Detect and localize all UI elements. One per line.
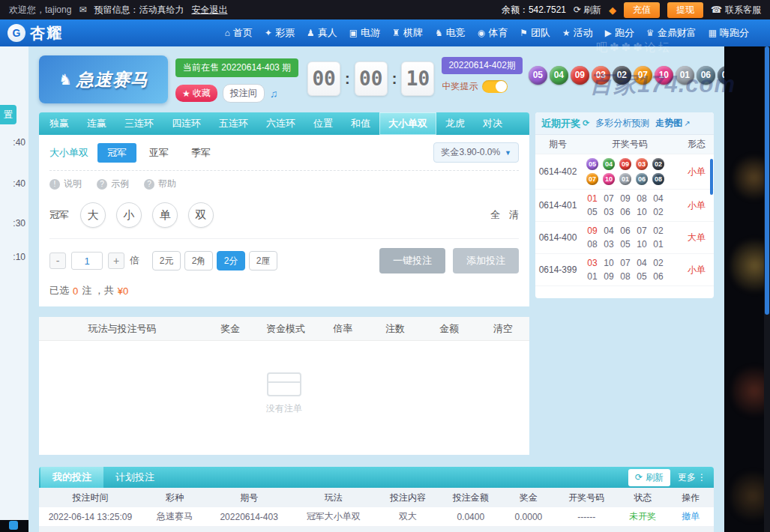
- position-tab-champion[interactable]: 冠军: [97, 143, 136, 163]
- play-tab-ring-4[interactable]: 四连环: [163, 112, 210, 135]
- recharge-button[interactable]: 充值: [624, 2, 660, 18]
- play-tab-position[interactable]: 位置: [304, 112, 342, 135]
- result-ball: 09: [619, 158, 631, 170]
- recent-draws-tab[interactable]: 近期开奖 ⟳: [541, 117, 589, 130]
- result-ball: 07: [586, 173, 598, 185]
- nav-item-sports[interactable]: ◉体育: [472, 19, 514, 46]
- nav-item-label: 真人: [318, 26, 337, 40]
- result-number: 06: [652, 271, 664, 282]
- result-number: 02: [652, 258, 664, 268]
- nav-item-label: 彩票: [275, 26, 295, 40]
- help-example[interactable]: ?示例: [97, 178, 129, 190]
- refresh-icon[interactable]: ⟳: [583, 118, 589, 128]
- mail-icon[interactable]: ✉: [79, 4, 86, 15]
- bet-option-big[interactable]: 大: [80, 202, 106, 228]
- issue-number: 0614-400: [535, 232, 580, 243]
- more-label: 更多: [678, 471, 696, 484]
- bet-option-odd[interactable]: 单: [152, 202, 178, 228]
- position-tab-third[interactable]: 季军: [181, 143, 220, 163]
- bet-option-small[interactable]: 小: [116, 202, 142, 228]
- brand[interactable]: G 杏耀: [7, 23, 63, 43]
- logout-link[interactable]: 安全退出: [191, 4, 227, 16]
- nav-item-chess[interactable]: ♜棋牌: [386, 19, 429, 46]
- nav-item-egames[interactable]: ▣电游: [343, 19, 386, 46]
- lottery-ball: 07: [634, 66, 652, 85]
- customer-service-button[interactable]: ☎ 联系客服: [711, 4, 761, 16]
- multiplier-minus-button[interactable]: -: [49, 253, 66, 269]
- clear-selection-button[interactable]: 清: [509, 208, 519, 222]
- unit-button-1[interactable]: 2角: [184, 251, 213, 270]
- nav-item-team[interactable]: ⚑团队: [514, 19, 556, 46]
- multiplier-input[interactable]: 1: [71, 252, 103, 270]
- position-tab-second[interactable]: 亚军: [139, 143, 178, 163]
- chevron-down-icon: ▼: [505, 149, 511, 157]
- tab-plan-bets[interactable]: 计划投注: [103, 467, 166, 488]
- nav-item-esports[interactable]: ♞电竞: [429, 19, 472, 46]
- play-tab-dragon-tiger[interactable]: 龙虎: [436, 112, 474, 135]
- recent-draw-row: 0614-40205040903020710010608小单: [535, 154, 714, 190]
- bet-room-button[interactable]: 投注间: [223, 84, 265, 103]
- help-help[interactable]: ?帮助: [144, 178, 176, 190]
- left-expand-tab[interactable]: 置: [0, 105, 16, 124]
- play-tab-ring-5[interactable]: 五连环: [210, 112, 257, 135]
- play-tab-duel[interactable]: 对决: [474, 112, 511, 135]
- background-blob: [730, 234, 764, 297]
- multiplier-plus-button[interactable]: +: [108, 253, 124, 269]
- play-tab-series-win[interactable]: 连赢: [78, 112, 115, 135]
- issue-number: 0614-402: [535, 166, 580, 177]
- win-tip-label: 中奖提示: [442, 80, 478, 93]
- play-tab-big-small-odd-even[interactable]: 大小单双: [379, 112, 436, 135]
- more-button[interactable]: 更多 ⋮: [678, 471, 706, 484]
- selected-amount: ¥0: [118, 285, 128, 297]
- refresh-balance-button[interactable]: ⟳ 刷新: [574, 4, 601, 16]
- quick-bet-button[interactable]: 一键投注: [379, 248, 445, 273]
- nav-item-wealth[interactable]: ♛金鼎财富: [640, 19, 703, 46]
- recent-subhead: 期号开奖号码形态: [535, 135, 714, 154]
- favorite-button[interactable]: ★ 收藏: [175, 85, 217, 102]
- withdraw-button[interactable]: 提现: [667, 2, 703, 18]
- unit-button-0[interactable]: 2元: [152, 251, 181, 270]
- help-instructions[interactable]: !说明: [49, 178, 82, 190]
- nav-item-paofen[interactable]: ▶跑分: [599, 19, 640, 46]
- clear-all-button[interactable]: 清空: [477, 322, 529, 336]
- left-bottom-icon[interactable]: [9, 521, 18, 530]
- unit-button-2[interactable]: 2分: [217, 251, 245, 270]
- last-draw-balls: 05040903020710010608: [529, 66, 724, 85]
- cancel-bet-link[interactable]: 撤单: [667, 510, 714, 523]
- bets-table: 投注时间彩种期号玩法投注内容投注金额奖金开奖号码状态操作 2022-06-14 …: [39, 488, 714, 532]
- scrollbar-thumb[interactable]: [765, 46, 769, 315]
- add-bet-button[interactable]: 添加投注: [453, 248, 519, 273]
- background-blob: [733, 151, 764, 204]
- select-all-button[interactable]: 全: [490, 208, 500, 222]
- analysis-tab[interactable]: 多彩分析预测: [595, 117, 649, 130]
- recent-header-cell: 期号: [535, 138, 580, 151]
- trend-chart-tab[interactable]: 走势图 ↗: [655, 117, 690, 130]
- nav-item-home[interactable]: ⌂首页: [219, 19, 259, 46]
- play-tab-ring-6[interactable]: 六连环: [257, 112, 304, 135]
- page-scrollbar[interactable]: [764, 46, 770, 532]
- bet-list-header-cell: 资金模式: [255, 322, 316, 336]
- nav-item-live[interactable]: ♟真人: [301, 19, 343, 46]
- bet-option-even[interactable]: 双: [188, 202, 214, 228]
- play-tab-ring-3[interactable]: 三连环: [115, 112, 163, 135]
- unit-button-3[interactable]: 2厘: [249, 251, 277, 270]
- speaker-icon[interactable]: ♫: [270, 88, 278, 100]
- promo-icon[interactable]: ◆: [609, 4, 616, 16]
- bet-list-header-cell: 玩法与投注号码: [39, 322, 205, 336]
- play-tab-sum[interactable]: 和值: [342, 112, 379, 135]
- times-label: 倍: [130, 254, 139, 267]
- refresh-bets-button[interactable]: ⟳ 刷新: [628, 469, 670, 486]
- service-label: 联系客服: [725, 4, 761, 16]
- win-tip-toggle[interactable]: [482, 80, 508, 93]
- trend-label: 走势图: [655, 117, 682, 130]
- result-number: 06: [619, 207, 631, 217]
- panel-scrollbar[interactable]: [710, 159, 713, 195]
- nav-item-lottery[interactable]: ✦彩票: [259, 19, 301, 46]
- nav-item-activity[interactable]: ★活动: [556, 19, 599, 46]
- play-tab-solo-win[interactable]: 独赢: [40, 112, 78, 135]
- nav-item-hipaofen[interactable]: ▦嗨跑分: [703, 19, 755, 46]
- odds-dropdown[interactable]: 奖金3.90-0.0% ▼: [433, 142, 519, 163]
- nav-item-label: 嗨跑分: [720, 26, 749, 40]
- tab-my-bets[interactable]: 我的投注: [40, 467, 103, 488]
- result-number: 05: [636, 271, 648, 282]
